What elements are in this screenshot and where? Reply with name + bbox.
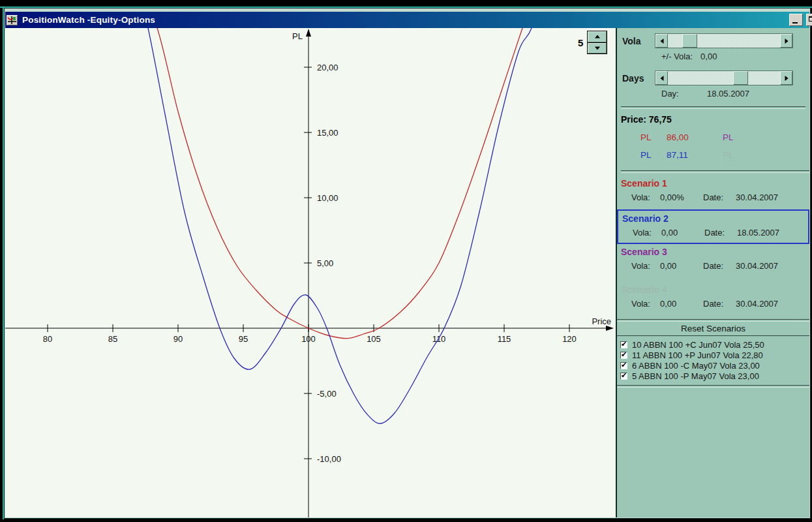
pl-row-label: PL: [640, 150, 667, 160]
svg-text:120: 120: [562, 334, 577, 344]
spin-up-button[interactable]: [588, 31, 607, 42]
price-readout-label: Price:: [621, 114, 646, 125]
vola-scroll-thumb[interactable]: [682, 34, 697, 48]
svg-text:115: 115: [498, 334, 511, 344]
svg-text:105: 105: [367, 334, 381, 344]
pl-row: PL 87,11 PL: [640, 150, 809, 160]
restore-icon: [809, 16, 812, 22]
scenario-title: Scenario 1: [621, 178, 809, 189]
scenario-vola-value: 0,00: [661, 228, 704, 238]
svg-text:20,00: 20,00: [317, 63, 338, 72]
position-checkbox[interactable]: ✔: [620, 352, 627, 359]
scenario-block-3[interactable]: Scenario 3 Vola: 0,00 Date: 30.04.2007: [617, 244, 809, 271]
scenario-date-label: Date:: [703, 299, 736, 309]
position-checkbox[interactable]: ✔: [620, 373, 627, 380]
vola-slider-row: Vola: [621, 33, 805, 48]
scenario-vola-label: Vola:: [631, 261, 660, 271]
app-icon: [7, 15, 18, 25]
days-scroll-left-button[interactable]: [655, 71, 668, 85]
svg-text:90: 90: [173, 334, 183, 344]
scenario-title: Scenario 3: [621, 247, 809, 257]
scenario-vola-label: Vola:: [631, 192, 660, 202]
scenario-block-2[interactable]: Scenario 2 Vola: 0,00 Date: 18.05.2007: [618, 212, 808, 238]
svg-text:-10,00: -10,00: [317, 454, 341, 464]
titlebar[interactable]: PositionWatch -Equity-Options: [5, 12, 809, 28]
chevron-right-icon: [785, 76, 788, 81]
scenario-date-value: 30.04.2007: [736, 192, 778, 202]
pl-row-label: PL: [640, 132, 667, 142]
days-scrollbar[interactable]: [655, 70, 793, 85]
check-icon: ✔: [621, 351, 627, 358]
window-content: PLPrice8085909510010511011512020,0015,00…: [5, 28, 809, 517]
spin-down-button[interactable]: [588, 43, 607, 54]
day-readout-value: 18.05.2007: [707, 89, 749, 99]
vola-scroll-right-button[interactable]: [780, 34, 792, 48]
reset-scenarios-button[interactable]: Reset Scenarios: [617, 322, 809, 336]
pl-chart-svg: PLPrice8085909510010511011512020,0015,00…: [5, 28, 616, 517]
scenario-vola-value: 0,00: [660, 261, 703, 271]
svg-text:100: 100: [301, 334, 316, 344]
curve-blue: [138, 28, 547, 423]
days-scroll-thumb[interactable]: [733, 71, 748, 85]
scenario-vola-value: 0,00: [660, 299, 703, 309]
restore-button[interactable]: [806, 14, 812, 26]
chevron-right-icon: [785, 38, 788, 44]
quantity-stepper-group: 5: [578, 31, 607, 54]
scenario-date-value: 18.05.2007: [737, 228, 779, 238]
day-readout-label: Day:: [661, 89, 707, 99]
pl-row: PL 86,00 PL: [640, 132, 809, 142]
section-divider: [617, 385, 809, 388]
curve-red: [138, 28, 538, 339]
position-label: 11 ABBN 100 +P Jun07 Vola 22,80: [632, 350, 763, 360]
svg-text:85: 85: [108, 334, 117, 344]
chevron-down-icon: [595, 46, 600, 50]
day-readout: Day: 18.05.2007: [661, 89, 805, 99]
scenario-date-value: 30.04.2007: [736, 299, 778, 309]
window-title: PositionWatch -Equity-Options: [22, 15, 155, 25]
quantity-value: 5: [578, 37, 583, 48]
svg-text:80: 80: [43, 334, 52, 344]
vola-readout: +/- Vola: 0,00: [661, 52, 805, 61]
scenario-detail: Vola: 0,00 Date: 30.04.2007: [631, 261, 809, 271]
quantity-stepper: [587, 31, 607, 54]
slider-section: Vola +/- Vola: 0,00 Days: [617, 28, 809, 109]
price-readout: Price: 76,75: [621, 114, 809, 125]
vola-scroll-track[interactable]: [668, 34, 780, 48]
vola-scrollbar[interactable]: [655, 33, 793, 48]
scenario-detail: Vola: 0,00 Date: 18.05.2007: [633, 228, 808, 238]
chevron-up-icon: [595, 35, 600, 38]
position-checkbox[interactable]: ✔: [620, 341, 627, 348]
vola-readout-value: 0,00: [700, 52, 717, 61]
scenario-block-1[interactable]: Scenario 1 Vola: 0,00% Date: 30.04.2007: [617, 173, 809, 202]
scenario-selection-box: Scenario 2 Vola: 0,00 Date: 18.05.2007: [617, 209, 809, 244]
position-row: ✔ 11 ABBN 100 +P Jun07 Vola 22,80: [620, 350, 808, 360]
check-icon: ✔: [621, 372, 627, 379]
positions-list: ✔ 10 ABBN 100 +C Jun07 Vola 25,50 ✔ 11 A…: [617, 336, 809, 384]
days-scroll-right-button[interactable]: [780, 71, 792, 85]
check-icon: ✔: [621, 361, 627, 369]
minimize-icon: [792, 22, 798, 23]
scenario-block-4[interactable]: Scenario 4 Vola: 0,00 Date: 30.04.2007: [617, 271, 809, 309]
scenario-date-label: Date:: [704, 228, 737, 238]
position-label: 6 ABBN 100 -C May07 Vola 23,00: [632, 361, 760, 371]
minimize-button[interactable]: [789, 14, 803, 26]
scenario-date-value: 30.04.2007: [736, 261, 778, 271]
scenario-vola-label: Vola:: [633, 228, 661, 238]
scenario-detail: Vola: 0,00% Date: 30.04.2007: [631, 192, 809, 202]
scenario-date-label: Date:: [703, 261, 736, 271]
svg-text:PL: PL: [292, 31, 303, 41]
svg-text:Price: Price: [592, 316, 611, 326]
days-scroll-track[interactable]: [668, 71, 780, 85]
scenario-title: Scenario 2: [622, 213, 808, 224]
price-section: Price: 76,75 PL 86,00 PL PL 87,11 PL: [617, 109, 809, 173]
position-row: ✔ 10 ABBN 100 +C Jun07 Vola 25,50: [620, 339, 808, 350]
svg-text:5,00: 5,00: [317, 258, 333, 268]
pl-axis-arrow: [306, 29, 311, 37]
scenario-panel: Vola +/- Vola: 0,00 Days: [616, 28, 809, 517]
vola-scroll-left-button[interactable]: [655, 34, 668, 48]
pl-chart[interactable]: PLPrice8085909510010511011512020,0015,00…: [5, 28, 616, 517]
position-checkbox[interactable]: ✔: [620, 362, 627, 369]
position-row: ✔ 6 ABBN 100 -C May07 Vola 23,00: [620, 360, 808, 371]
position-label: 5 ABBN 100 -P May07 Vola 23,00: [632, 371, 759, 381]
position-row: ✔ 5 ABBN 100 -P May07 Vola 23,00: [620, 371, 808, 381]
